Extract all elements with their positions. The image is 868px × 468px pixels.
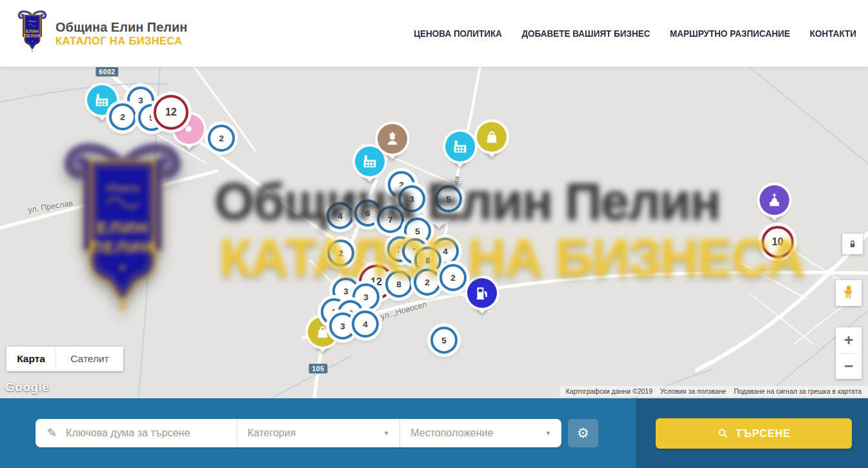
main-nav: ЦЕНОВА ПОЛИТИКА ДОБАВЕТЕ ВАШИЯТ БИЗНЕС М… (414, 28, 856, 39)
search-button[interactable]: ТЪРСЕНЕ (656, 418, 852, 449)
cluster-marker[interactable]: 2 (414, 269, 441, 296)
fuel-icon (467, 278, 497, 308)
road-shield-label: 105 (308, 364, 327, 374)
location-select[interactable]: Местоположение ▼ (399, 419, 561, 447)
gear-icon: ⚙ (577, 425, 589, 441)
map-canvas[interactable]: 6002105ул. Преславбул. „Новоселция (0, 66, 868, 398)
worker-pin[interactable] (378, 124, 407, 163)
nav-add-your-business[interactable]: ДОБАВЕТЕ ВАШИЯТ БИЗНЕС (522, 28, 651, 39)
fuel-pin[interactable] (467, 278, 497, 317)
cluster-marker[interactable]: 2 (327, 239, 354, 267)
terms-link[interactable]: Условия за ползване (656, 387, 730, 395)
svg-text:ПЕЛИН: ПЕЛИН (25, 34, 41, 38)
cluster-marker[interactable]: 10 (762, 226, 794, 258)
map-type-map-button[interactable]: Карта (6, 347, 56, 371)
cluster-marker[interactable]: 5 (435, 185, 462, 212)
cluster-marker[interactable]: 2 (439, 264, 467, 291)
site-title: Община Елин Пелин (56, 20, 187, 35)
municipality-emblem-icon: община ЕЛИН ПЕЛИН (15, 10, 49, 57)
cluster-marker[interactable]: 7 (377, 206, 404, 233)
pencil-icon: ✎ (47, 426, 57, 440)
search-bar: ✎ Категория ▼ Местоположение ▼ ⚙ ТЪРСЕНЕ (0, 398, 868, 468)
map-type-satellite-button[interactable]: Сателит (56, 347, 123, 371)
cluster-marker[interactable]: 12 (154, 95, 188, 130)
lock-icon (846, 238, 859, 250)
zoom-in-button[interactable]: + (836, 327, 862, 353)
report-error-link[interactable]: Подаване на сигнал за грешка в картата (730, 387, 865, 395)
zoom-out-button[interactable]: − (836, 354, 862, 380)
google-logo[interactable]: Google (5, 380, 49, 394)
map-type-control: Карта Сателит (6, 347, 123, 371)
cluster-marker[interactable]: 5 (430, 327, 458, 354)
location-select-value: Местоположение (410, 427, 493, 439)
advanced-settings-button[interactable]: ⚙ (568, 419, 598, 447)
chevron-down-icon: ▼ (383, 430, 389, 436)
road-shield-label: 6002 (96, 67, 118, 77)
site-header: община ЕЛИН ПЕЛИН Община Елин Пелин КАТА… (0, 0, 868, 67)
chevron-down-icon: ▼ (545, 430, 551, 436)
site-logo[interactable]: община ЕЛИН ПЕЛИН Община Елин Пелин КАТА… (15, 10, 187, 57)
cluster-marker[interactable]: 3 (398, 185, 425, 212)
search-fields: ✎ Категория ▼ Местоположение ▼ (35, 419, 561, 447)
cluster-marker[interactable]: 8 (385, 270, 412, 298)
search-icon (717, 427, 729, 440)
map-attribution: Картографски данни ©2019 Условия за полз… (560, 386, 868, 396)
keyword-field-wrap: ✎ (35, 419, 237, 447)
site-subtitle: КАТАЛОГ НА БИЗНЕСА (56, 35, 187, 47)
church-icon (760, 185, 789, 215)
shopping-bag-pin[interactable] (477, 122, 507, 161)
cluster-marker[interactable]: 4 (352, 310, 379, 338)
shopping-bag-icon (477, 122, 507, 152)
factory-pin[interactable] (445, 132, 475, 170)
nav-route-schedule[interactable]: МАРШРУТНО РАЗПИСАНИЕ (670, 28, 790, 39)
nav-pricing-policy[interactable]: ЦЕНОВА ПОЛИТИКА (414, 28, 502, 39)
factory-icon (445, 132, 475, 161)
worker-icon (378, 124, 407, 154)
church-pin[interactable] (760, 185, 789, 224)
map-copyright: Картографски данни ©2019 (562, 387, 656, 395)
page: община ЕЛИН ПЕЛИН Община Елин Пелин КАТА… (0, 0, 868, 468)
cluster-marker[interactable]: 2 (208, 125, 235, 152)
nav-contacts[interactable]: КОНТАКТИ (810, 28, 856, 39)
zoom-control: + − (836, 327, 862, 379)
svg-text:ЕЛИН: ЕЛИН (26, 28, 39, 33)
search-button-label: ТЪРСЕНЕ (736, 428, 791, 440)
keyword-input[interactable] (65, 427, 236, 440)
pegman-icon (840, 285, 857, 301)
category-select[interactable]: Категория ▼ (237, 419, 400, 447)
svg-text:община: община (28, 19, 36, 23)
pegman-button[interactable] (836, 280, 862, 306)
category-select-value: Категория (248, 427, 296, 439)
cluster-marker[interactable]: 2 (109, 103, 136, 130)
cluster-marker[interactable]: 4 (327, 202, 354, 229)
fullscreen-lock-button[interactable] (842, 234, 863, 254)
